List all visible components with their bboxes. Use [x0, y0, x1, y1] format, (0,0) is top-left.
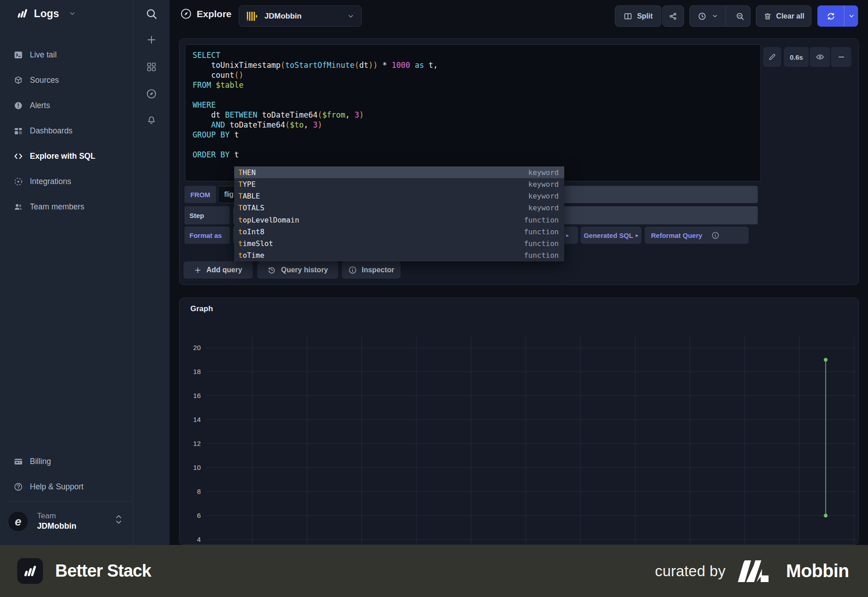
autocomplete-text: opLevelDomain	[243, 216, 299, 224]
sql-code-line: FROM $table	[193, 80, 760, 90]
clear-all-button[interactable]: Clear all	[756, 5, 811, 27]
sidebar-item-label: Billing	[30, 457, 51, 466]
add-button[interactable]	[146, 34, 157, 45]
sidebar-item-label: Team members	[30, 202, 85, 212]
sidebar-item-dashboards[interactable]: Dashboards	[0, 118, 133, 143]
autocomplete-item-toint8[interactable]: toInt8function	[234, 226, 564, 237]
sidebar-item-explore-with-sql[interactable]: Explore with SQL	[0, 143, 133, 169]
query-history-button[interactable]: Query history	[257, 261, 338, 279]
sql-editor[interactable]: SELECT toUnixTimestamp(toStartOfMinute(d…	[185, 44, 761, 181]
sidebar-item-integrations[interactable]: Integrations	[0, 169, 133, 194]
time-range-button[interactable]	[690, 6, 726, 26]
plus-icon	[194, 266, 202, 274]
logo-row[interactable]: Logs	[16, 7, 75, 20]
sidebar-bottom: Billing Help & Support	[0, 449, 133, 499]
sql-autocomplete-dropdown: THENkeywordTYPEkeywordTABLEkeywordTOTALS…	[234, 166, 564, 261]
sidebar-nav-list: Live tail Sources Alerts Dashboards Expl…	[0, 42, 133, 219]
search-icon	[145, 8, 157, 20]
y-axis-tick-label: 18	[193, 368, 201, 375]
share-button[interactable]	[662, 5, 684, 27]
autocomplete-item-then[interactable]: THENkeyword	[234, 166, 564, 178]
grid-icon	[146, 62, 157, 72]
collapse-query-button[interactable]	[831, 47, 851, 67]
search-button[interactable]	[145, 8, 157, 20]
share-icon	[669, 12, 678, 21]
app-window: Logs Live tail Sources Alerts	[0, 0, 868, 597]
run-query-button[interactable]	[817, 5, 844, 27]
dashboard-icon	[14, 126, 23, 136]
autocomplete-text: ABLE	[243, 192, 260, 200]
inspector-button[interactable]: Inspector	[342, 261, 401, 279]
autocomplete-item-totals[interactable]: TOTALSkeyword	[234, 202, 564, 214]
help-circle-icon	[14, 482, 23, 492]
run-query-button-group	[817, 5, 858, 27]
autocomplete-kind: function	[524, 216, 559, 224]
clock-icon	[698, 12, 707, 21]
table-name-value: flig	[224, 190, 233, 199]
autocomplete-item-totime[interactable]: toTimefunction	[234, 250, 564, 261]
autocomplete-kind: keyword	[528, 192, 559, 200]
edit-query-button[interactable]	[763, 47, 781, 67]
split-columns-icon	[623, 12, 632, 21]
compass-icon	[146, 88, 157, 100]
sql-code: SELECT toUnixTimestamp(toStartOfMinute(d…	[193, 50, 760, 160]
autocomplete-kind: keyword	[528, 168, 559, 177]
integrations-icon	[14, 177, 23, 186]
chevron-down-icon[interactable]	[69, 10, 75, 17]
sidebar-item-alerts[interactable]: Alerts	[0, 93, 133, 118]
step-row-label: Step	[184, 206, 230, 224]
autocomplete-text: OTALS	[243, 204, 264, 212]
curated-by-label: curated by	[655, 563, 726, 580]
explore-rail-button[interactable]	[146, 88, 157, 100]
autocomplete-match: T	[238, 204, 243, 212]
sidebar-item-sources[interactable]: Sources	[0, 67, 133, 93]
y-axis-tick-label: 10	[193, 464, 201, 471]
split-button[interactable]: Split	[615, 5, 661, 27]
sidebar: Logs Live tail Sources Alerts	[0, 0, 170, 545]
run-interval-dropdown-button[interactable]	[844, 5, 858, 27]
chevron-down-icon	[116, 520, 122, 524]
inspector-label: Inspector	[362, 266, 394, 274]
sidebar-item-billing[interactable]: Billing	[0, 449, 133, 474]
apps-grid-button[interactable]	[146, 62, 157, 72]
autocomplete-item-table[interactable]: TABLEkeyword	[234, 190, 564, 202]
page-title-group: Explore	[180, 8, 231, 20]
reformat-query-button[interactable]: Reformat Query	[645, 227, 749, 244]
add-query-button[interactable]: Add query	[184, 261, 253, 279]
sidebar-item-label: Sources	[30, 76, 59, 85]
info-icon	[711, 231, 720, 240]
bell-icon	[146, 114, 157, 125]
series-point	[824, 358, 827, 361]
autocomplete-text: oTime	[243, 251, 264, 260]
autocomplete-item-timeslot[interactable]: timeSlotfunction	[234, 238, 564, 250]
datasource-picker[interactable]: JDMobbin	[239, 5, 362, 27]
sidebar-divider	[7, 501, 132, 502]
sidebar-item-live-tail[interactable]: Live tail	[0, 42, 133, 67]
chevron-down-icon	[849, 13, 854, 19]
y-axis-tick-label: 8	[197, 488, 201, 495]
footer: Better Stack curated by Mobbin	[0, 545, 868, 597]
query-duration-badge: 0.6s	[784, 47, 809, 67]
sql-code-line: WHERE	[193, 100, 760, 110]
y-axis-tick-label: 12	[193, 440, 201, 447]
sidebar-item-help-support[interactable]: Help & Support	[0, 474, 133, 499]
sql-code-line: dt BETWEEN toDateTime64($from, 3)	[193, 110, 760, 120]
sidebar-item-team-members[interactable]: Team members	[0, 194, 133, 219]
generated-sql-button[interactable]: Generated SQL▸	[580, 227, 642, 244]
topbar: Explore JDMobbin Split	[170, 0, 868, 32]
minus-icon	[837, 52, 846, 62]
autocomplete-item-topleveldomain[interactable]: topLevelDomainfunction	[234, 214, 564, 226]
zoom-out-time-button[interactable]	[731, 6, 750, 26]
generated-sql-label: Generated SQL	[584, 232, 633, 239]
notifications-button[interactable]	[146, 114, 157, 125]
preview-toggle-button[interactable]	[810, 47, 830, 67]
chevron-down-icon	[348, 13, 354, 19]
team-switcher[interactable]: e Team JDMobbin	[8, 510, 130, 535]
info-icon	[348, 265, 357, 275]
autocomplete-item-type[interactable]: TYPEkeyword	[234, 178, 564, 190]
plus-icon	[146, 34, 157, 45]
reformat-query-label: Reformat Query	[651, 232, 702, 239]
autocomplete-kind: function	[524, 239, 559, 248]
autocomplete-kind: function	[524, 227, 559, 236]
graph-plot[interactable]: 201816141210864	[179, 298, 859, 545]
